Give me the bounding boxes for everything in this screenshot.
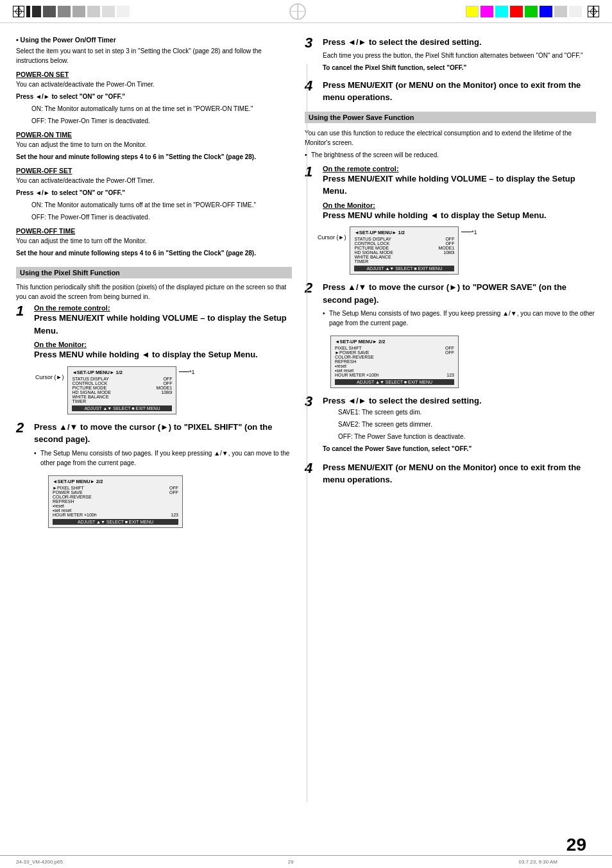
left-diagram2-wrapper: ◄SET-UP MENU► 2/2 ►PIXEL SHIFTOFF POWER … [48, 475, 183, 528]
row-value: OFF [425, 237, 455, 241]
footer: 24-33_VM-4200.p65 29 29 03.7.23, 9:30 AM [0, 855, 612, 868]
right-step2-powersave: 2 Press ▲/▼ to move the cursor (►) to "P… [305, 281, 596, 330]
right-asterisk1: *1 [472, 229, 477, 235]
table-row: COLOR-REVERSE [53, 495, 178, 499]
left-diagram1-wrapper: Cursor (►) ◄SET-UP MENU► 1/2 STATUS DISP… [35, 366, 183, 414]
table-row: •set reset [53, 508, 178, 513]
row-label: HD SIGNAL MODE [354, 250, 425, 255]
right-diagram2-wrapper: ◄SET-UP MENU► 2/2 PIXEL SHIFTOFF ►POWER … [330, 336, 459, 388]
row-value [434, 364, 455, 368]
left-screen2-table: ►PIXEL SHIFTOFF POWER SAVEOFF COLOR-REVE… [53, 486, 178, 517]
table-row: ►POWER SAVEOFF [335, 350, 454, 355]
color-magenta [480, 6, 493, 17]
row-value: 1080i [143, 390, 173, 395]
left-step2: 2 Press ▲/▼ to move the cursor (►) to "P… [16, 421, 292, 470]
right-screen2-bottom: ADJUST ▲▼ SELECT ■ EXIT MENU [335, 379, 454, 385]
table-row: CONTROL LOCKOFF [354, 241, 454, 246]
row-label: WHITE BALANCE [354, 255, 425, 259]
left-step1: 1 On the remote control: Press MENU/EXIT… [16, 304, 292, 361]
row-value [157, 499, 178, 504]
right-step1-powersave: 1 On the remote control: Press MENU/EXIT… [305, 165, 596, 222]
table-row: HOUR METER ×100h123 [335, 373, 454, 377]
right-screen2: ◄SET-UP MENU► 2/2 PIXEL SHIFTOFF ►POWER … [330, 336, 459, 388]
row-label: •set reset [53, 508, 157, 513]
header-left [13, 0, 130, 22]
asterisk-line-left [179, 371, 189, 372]
power-on-time-text1: You can adjust the time to turn on the M… [16, 140, 292, 149]
row-label: HD SIGNAL MODE [72, 390, 142, 395]
right-cursor-row: Cursor (►) ◄SET-UP MENU► 1/2 STATUS DISP… [318, 226, 465, 275]
cursor-label-left: Cursor (►) [35, 374, 64, 380]
power-on-set-text1: You can activate/deactivate the Power-On… [16, 80, 292, 89]
right-ps-step3-save2: SAVE2: The screen gets dimmer. [323, 420, 596, 429]
row-value [157, 504, 178, 508]
color-block-4 [58, 6, 71, 17]
left-column: • Using the Power On/Off Timer Select th… [16, 36, 292, 534]
footer-left-text: 24-33_VM-4200.p65 [16, 859, 63, 865]
color-block-7 [102, 6, 115, 17]
color-red [510, 6, 523, 17]
power-on-set-press: Press ◄/► to select "ON" or "OFF." [16, 92, 292, 101]
right-step4-content: Press MENU/EXIT (or MENU on the Monitor)… [323, 79, 596, 104]
row-label: REFRESH [53, 499, 157, 504]
row-label: POWER SAVE [53, 490, 157, 495]
right-screen2-title: ◄SET-UP MENU► 2/2 [335, 339, 454, 345]
row-value [425, 259, 455, 264]
row-label: ►POWER SAVE [335, 350, 434, 355]
right-column: 3 Press ◄/► to select the desired settin… [305, 36, 596, 534]
row-label: COLOR-REVERSE [53, 495, 157, 499]
row-value: MODE1 [143, 386, 173, 390]
table-row: REFRESH [335, 359, 454, 364]
row-label: PICTURE MODE [72, 386, 142, 390]
row-label: •reset [53, 504, 157, 508]
table-row: STATUS DISPLAYOFF [354, 237, 454, 241]
table-row: •reset [53, 504, 178, 508]
power-off-set-off: OFF: The Power-Off Timer is deactivated. [16, 212, 292, 222]
row-value [143, 395, 173, 399]
row-value: OFF [157, 490, 178, 495]
row-value [434, 355, 455, 359]
right-ps-step1-monitor-text: Press MENU while holding ◄ to display th… [323, 209, 596, 222]
color-gray [554, 6, 567, 17]
color-block-8 [117, 6, 130, 17]
color-white [569, 6, 582, 17]
right-step4-pixelshift: 4 Press MENU/EXIT (or MENU on the Monito… [305, 79, 596, 104]
row-value: OFF [434, 350, 455, 355]
power-on-time-heading: POWER-ON TIME [16, 131, 292, 139]
row-label: WHITE BALANCE [72, 395, 142, 399]
power-timer-heading: • Using the Power On/Off Timer [16, 36, 292, 44]
row-value: OFF [143, 381, 173, 386]
header-right [466, 0, 599, 22]
color-block-2 [32, 6, 41, 17]
row-value [434, 359, 455, 364]
right-step3-pixelshift: 3 Press ◄/► to select the desired settin… [305, 36, 596, 75]
right-step3-text: Press ◄/► to select the desired setting. [323, 36, 596, 49]
page-number: 29 [566, 835, 586, 855]
power-save-section-box: Using the Power Save Function [305, 112, 596, 123]
power-on-set-off: OFF: The Power-On Timer is deactivated. [16, 116, 292, 126]
right-screen1-bottom: ADJUST ▲▼ SELECT ■ EXIT MENU [354, 266, 454, 271]
right-diagram1: ◄SET-UP MENU► 1/2 STATUS DISPLAYOFF CONT… [350, 226, 459, 275]
row-label: STATUS DISPLAY [354, 237, 425, 241]
right-cursor-label: Cursor (►) [318, 234, 346, 241]
row-label: PIXEL SHIFT [335, 346, 434, 350]
right-ps-step3-off: OFF: The Power Save function is deactiva… [323, 432, 596, 441]
left-screen1-bottom: ADJUST ▲▼ SELECT ■ EXIT MENU [72, 405, 172, 411]
table-row: HD SIGNAL MODE1080i [354, 250, 454, 255]
power-off-time-heading: POWER-OFF TIME [16, 227, 292, 235]
step1-remote-label: On the remote control: [34, 304, 292, 312]
row-label: STATUS DISPLAY [72, 377, 142, 381]
right-ps-step3-cancel: To cancel the Power Save function, selec… [323, 444, 596, 454]
table-row: •set reset [335, 368, 454, 373]
right-step3-powersave: 3 Press ◄/► to select the desired settin… [305, 395, 596, 456]
table-row: PIXEL SHIFTOFF [335, 346, 454, 350]
right-screen1: ◄SET-UP MENU► 1/2 STATUS DISPLAYOFF CONT… [350, 226, 459, 275]
step1-number: 1 [16, 304, 29, 361]
right-screen1-table: STATUS DISPLAYOFF CONTROL LOCKOFF PICTUR… [354, 237, 454, 264]
pixel-shift-section-box: Using the Pixel Shift Function [16, 267, 292, 278]
row-value [434, 368, 455, 373]
right-ps-step3-save1: SAVE1: The screen gets dim. [323, 407, 596, 417]
pixel-shift-description: This function periodically shift the pos… [16, 282, 292, 302]
step2-content: Press ▲/▼ to move the cursor (►) to "PIX… [34, 421, 292, 470]
color-block-5 [72, 6, 85, 17]
